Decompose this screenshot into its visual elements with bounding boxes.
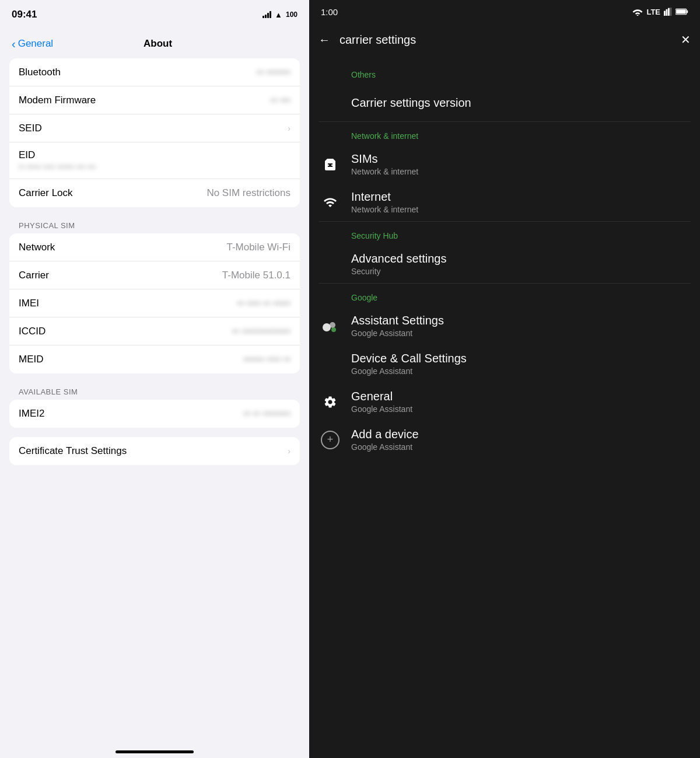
ios-status-icons: ▲ 100 xyxy=(262,11,298,19)
physical-sim-card: Network T-Mobile Wi-Fi Carrier T-Mobile … xyxy=(9,233,300,373)
android-panel: 1:00 LTE ← carri xyxy=(309,0,700,758)
sims-title: SIMs xyxy=(351,152,691,166)
svg-rect-7 xyxy=(676,9,686,13)
eid-value: •• ••••• •••• •••••• ••• ••• xyxy=(19,162,96,172)
network-value: T-Mobile Wi-Fi xyxy=(226,242,290,253)
section-others: Others xyxy=(309,61,700,84)
advanced-settings-item[interactable]: Advanced settings Security xyxy=(309,245,700,283)
carrier-settings-title: Carrier settings version xyxy=(351,96,691,110)
svg-point-8 xyxy=(323,323,331,331)
device-call-settings-item[interactable]: Device & Call Settings Google Assistant xyxy=(309,345,700,383)
battery-icon xyxy=(676,8,688,15)
meid-row: MEID •••••• •••• •• xyxy=(9,345,300,373)
sims-item[interactable]: SIMs Network & internet xyxy=(309,145,700,183)
network-row: Network T-Mobile Wi-Fi xyxy=(9,233,300,261)
certificate-card: Certificate Trust Settings › xyxy=(9,437,300,465)
certificate-row[interactable]: Certificate Trust Settings › xyxy=(9,437,300,465)
available-sim-header: AVAILABLE SIM xyxy=(9,383,300,400)
wifi-icon xyxy=(632,8,643,16)
chevron-left-icon: ‹ xyxy=(12,37,16,51)
svg-marker-3 xyxy=(668,8,670,16)
general-subtitle: Google Assistant xyxy=(351,404,691,414)
assistant-icon xyxy=(318,315,342,338)
add-device-item[interactable]: + Add a device Google Assistant xyxy=(309,421,700,459)
iccid-value: •• •••••••••••••• xyxy=(232,326,290,337)
svg-point-9 xyxy=(330,322,335,328)
sim-icon xyxy=(318,153,342,176)
svg-marker-4 xyxy=(670,8,672,16)
carrier-lock-value: No SIM restrictions xyxy=(206,187,290,199)
modem-value: •• ••• xyxy=(271,95,290,106)
signal-icon xyxy=(262,11,271,18)
physical-sim-header: PHYSICAL SIM xyxy=(9,216,300,233)
seid-row[interactable]: SEID › xyxy=(9,114,300,142)
svg-marker-1 xyxy=(664,11,666,16)
assistant-settings-item[interactable]: Assistant Settings Google Assistant xyxy=(309,307,700,345)
seid-label: SEID xyxy=(19,123,283,134)
general-title: General xyxy=(351,390,691,403)
general-settings-item[interactable]: General Google Assistant xyxy=(309,383,700,421)
android-time: 1:00 xyxy=(321,7,338,17)
device-call-subtitle: Google Assistant xyxy=(351,366,691,376)
internet-subtitle: Network & internet xyxy=(351,205,691,214)
ios-nav-bar: ‹ General About xyxy=(0,29,309,58)
bluetooth-row[interactable]: Bluetooth •• ••••••• xyxy=(9,58,300,86)
android-status-icons: LTE xyxy=(632,8,688,16)
iccid-row: ICCID •• •••••••••••••• xyxy=(9,317,300,345)
carrier-lock-label: Carrier Lock xyxy=(19,187,206,199)
bluetooth-value: •• ••••••• xyxy=(257,67,290,78)
meid-value: •••••• •••• •• xyxy=(243,354,290,365)
add-device-icon: + xyxy=(318,428,342,452)
signal-icon xyxy=(664,8,672,16)
modem-row[interactable]: Modem Firmware •• ••• xyxy=(9,86,300,114)
seid-chevron: › xyxy=(288,124,290,133)
imei2-row: IMEI2 •• •• •••••••• xyxy=(9,400,300,428)
bluetooth-label: Bluetooth xyxy=(19,67,257,78)
advanced-settings-title: Advanced settings xyxy=(351,252,691,266)
imei2-value: •• •• •••••••• xyxy=(243,408,290,420)
eid-row: EID •• ••••• •••• •••••• ••• ••• xyxy=(9,142,300,179)
network-label: Network xyxy=(19,242,226,253)
certificate-chevron: › xyxy=(288,446,290,456)
assistant-settings-title: Assistant Settings xyxy=(351,314,691,327)
close-icon[interactable]: ✕ xyxy=(681,33,691,47)
imei-label: IMEI xyxy=(19,298,237,309)
internet-item[interactable]: Internet Network & internet xyxy=(309,183,700,221)
carrier-lock-row: Carrier Lock No SIM restrictions xyxy=(9,179,300,207)
plus-icon: + xyxy=(321,431,340,449)
carrier-label: Carrier xyxy=(19,270,222,281)
carrier-row: Carrier T-Mobile 51.0.1 xyxy=(9,261,300,289)
battery-icon: 100 xyxy=(286,11,298,19)
main-info-card: Bluetooth •• ••••••• Modem Firmware •• •… xyxy=(9,58,300,207)
carrier-settings-item[interactable]: Carrier settings version xyxy=(309,84,700,121)
svg-point-10 xyxy=(331,327,336,332)
android-toolbar: ← carrier settings ✕ xyxy=(309,23,700,56)
imei-value: •• •••• •• ••••• xyxy=(237,298,290,309)
back-icon[interactable]: ← xyxy=(318,33,330,47)
sims-subtitle: Network & internet xyxy=(351,167,691,176)
eid-label: EID xyxy=(19,149,35,161)
add-device-subtitle: Google Assistant xyxy=(351,442,691,452)
imei-row: IMEI •• •••• •• ••••• xyxy=(9,289,300,317)
lte-icon: LTE xyxy=(646,8,660,16)
back-button[interactable]: ‹ General xyxy=(12,37,53,51)
section-network: Network & internet xyxy=(309,122,700,145)
advanced-settings-subtitle: Security xyxy=(351,267,691,276)
svg-marker-2 xyxy=(666,9,668,16)
svg-rect-6 xyxy=(687,11,688,13)
imei2-label: IMEI2 xyxy=(19,408,243,420)
android-content: Others Carrier settings version Network … xyxy=(309,56,700,758)
page-title: About xyxy=(53,38,262,50)
carrier-value: T-Mobile 51.0.1 xyxy=(222,270,290,281)
gear-icon xyxy=(318,390,342,414)
wifi-setting-icon xyxy=(318,191,342,214)
android-status-bar: 1:00 LTE xyxy=(309,0,700,23)
modem-label: Modem Firmware xyxy=(19,95,271,106)
home-bar xyxy=(116,750,194,753)
search-query: carrier settings xyxy=(340,33,681,47)
available-sim-card: IMEI2 •• •• •••••••• xyxy=(9,400,300,428)
certificate-label: Certificate Trust Settings xyxy=(19,445,283,457)
meid-label: MEID xyxy=(19,354,243,365)
ios-content: Bluetooth •• ••••••• Modem Firmware •• •… xyxy=(0,58,309,738)
home-indicator xyxy=(0,738,309,758)
